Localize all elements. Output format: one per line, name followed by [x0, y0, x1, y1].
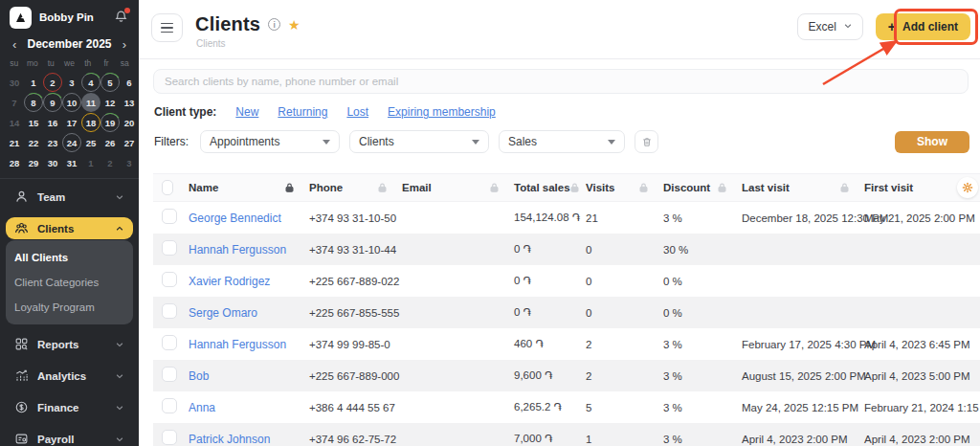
column-lock-icon[interactable]	[718, 183, 726, 192]
calendar-day[interactable]: 6	[120, 73, 139, 92]
sidebar-item-payroll[interactable]: Payroll	[6, 428, 133, 446]
calendar-day[interactable]: 30	[43, 153, 62, 172]
client-name-link[interactable]: Bob	[189, 369, 309, 383]
calendar-day[interactable]: 3	[120, 153, 139, 172]
column-lock-icon[interactable]	[490, 183, 499, 192]
client-name-link[interactable]: Hannah Fergusson	[189, 243, 309, 256]
calendar-day[interactable]: 29	[24, 153, 43, 172]
sidebar-item-team[interactable]: Team	[6, 186, 133, 208]
calendar-day[interactable]: 16	[43, 113, 62, 132]
show-button[interactable]: Show	[895, 131, 969, 153]
column-lock-icon[interactable]	[840, 183, 849, 192]
calendar-day[interactable]: 9	[43, 93, 62, 112]
calendar-day[interactable]: 5	[100, 73, 120, 92]
notification-bell-icon[interactable]	[114, 10, 129, 25]
client-type-link-lost[interactable]: Lost	[346, 105, 368, 119]
client-type-link-expiring-membership[interactable]: Expiring membership	[388, 105, 496, 119]
sidebar-item-finance[interactable]: Finance	[6, 396, 133, 418]
client-type-link-returning[interactable]: Returning	[278, 105, 327, 119]
calendar-day[interactable]: 11	[81, 93, 100, 112]
row-checkbox[interactable]	[162, 335, 177, 350]
calendar-prev-icon[interactable]: ‹	[11, 38, 18, 51]
hamburger-menu-button[interactable]	[151, 13, 183, 42]
calendar-next-icon[interactable]: ›	[121, 38, 128, 51]
row-checkbox[interactable]	[162, 398, 177, 413]
calendar-day[interactable]: 23	[43, 133, 62, 152]
calendar-day[interactable]: 26	[100, 133, 120, 152]
column-lock-icon[interactable]	[570, 183, 579, 192]
submenu-item-client-categories[interactable]: Client Categories	[6, 270, 133, 295]
submenu-item-all-clients[interactable]: All Clients	[6, 245, 133, 270]
calendar-day[interactable]: 4	[81, 73, 100, 92]
table-settings-button[interactable]	[957, 177, 978, 198]
client-name-link[interactable]: Xavier Rodrigez	[189, 275, 309, 288]
calendar-day[interactable]: 17	[62, 113, 81, 132]
calendar-day[interactable]: 15	[24, 113, 43, 132]
calendar-day[interactable]: 22	[24, 133, 43, 152]
row-checkbox[interactable]	[162, 272, 177, 287]
calendar-day[interactable]: 3	[62, 73, 81, 92]
client-name-link[interactable]: Anna	[189, 401, 309, 414]
calendar-day[interactable]: 24	[62, 133, 81, 152]
row-checkbox[interactable]	[162, 240, 177, 256]
calendar-day[interactable]: 19	[100, 113, 120, 132]
column-header-total-sales[interactable]: Total sales	[514, 182, 586, 193]
calendar-day[interactable]: 2	[43, 73, 62, 92]
column-lock-icon[interactable]	[285, 183, 294, 192]
calendar-day[interactable]: 21	[5, 133, 24, 152]
search-input[interactable]	[153, 69, 969, 94]
calendar-day[interactable]: 30	[5, 73, 24, 92]
calendar-day[interactable]: 31	[62, 153, 81, 172]
calendar-day[interactable]: 12	[100, 93, 120, 112]
calendar-day[interactable]: 1	[81, 153, 100, 172]
column-lock-icon[interactable]	[639, 183, 648, 192]
filter-dropdown-clients[interactable]: Clients	[349, 130, 489, 153]
calendar-day[interactable]: 7	[5, 93, 24, 112]
calendar-day[interactable]: 10	[62, 93, 81, 112]
filter-dropdown-sales[interactable]: Sales	[499, 130, 625, 153]
row-checkbox[interactable]	[162, 430, 177, 445]
select-all-checkbox[interactable]	[162, 180, 173, 195]
calendar-day[interactable]: 25	[81, 133, 100, 152]
column-header-discount[interactable]: Discount	[663, 182, 742, 193]
column-header-phone[interactable]: Phone	[309, 182, 402, 193]
column-header-last-visit[interactable]: Last visit	[742, 182, 864, 193]
info-icon[interactable]: i	[268, 18, 280, 31]
sidebar-item-clients[interactable]: Clients	[6, 217, 133, 239]
sidebar-item-reports[interactable]: Reports	[6, 333, 133, 355]
client-name-link[interactable]: George Bennedict	[189, 212, 309, 225]
row-checkbox[interactable]	[162, 367, 177, 382]
filter-dropdown-appointments[interactable]: Appointments	[200, 130, 340, 153]
submenu-item-loyalty-program[interactable]: Loyalty Program	[6, 295, 133, 320]
client-name-link[interactable]: Serge Omaro	[189, 306, 309, 320]
client-type-row: Client type: NewReturningLostExpiring me…	[139, 94, 980, 119]
column-header-first-visit[interactable]: First visit	[864, 182, 957, 193]
calendar-day[interactable]: 2	[100, 153, 120, 172]
column-lock-icon[interactable]	[378, 183, 387, 192]
add-client-button[interactable]: + Add client	[876, 13, 970, 40]
calendar-day[interactable]: 27	[120, 133, 139, 152]
sidebar-item-label: Analytics	[37, 370, 86, 382]
client-name-link[interactable]: Hannah Fergusson	[189, 338, 309, 351]
calendar-day[interactable]: 14	[5, 113, 24, 132]
row-checkbox[interactable]	[162, 303, 177, 319]
client-first-visit: February 21, 2024 1:15 PM	[864, 402, 957, 413]
calendar-day[interactable]: 20	[120, 113, 139, 132]
favorite-star-icon[interactable]: ★	[288, 18, 301, 32]
calendar-day[interactable]: 1	[24, 73, 43, 92]
client-type-link-new[interactable]: New	[235, 105, 258, 119]
column-header-visits[interactable]: Visits	[586, 182, 663, 193]
calendar-day[interactable]: 18	[81, 113, 100, 132]
filters-row: Filters: AppointmentsClientsSales Show	[139, 119, 980, 153]
clear-filters-button[interactable]	[635, 130, 658, 153]
column-header-email[interactable]: Email	[402, 182, 514, 193]
sidebar-item-analytics[interactable]: Analytics	[6, 365, 133, 387]
calendar-day[interactable]: 8	[24, 93, 43, 112]
client-name-link[interactable]: Patrick Johnson	[189, 433, 309, 446]
filters-label: Filters:	[154, 135, 189, 148]
calendar-day[interactable]: 28	[5, 153, 24, 172]
excel-export-button[interactable]: Excel	[797, 13, 862, 40]
calendar-day[interactable]: 13	[120, 93, 139, 112]
row-checkbox[interactable]	[162, 209, 177, 224]
column-header-name[interactable]: Name	[189, 182, 309, 193]
